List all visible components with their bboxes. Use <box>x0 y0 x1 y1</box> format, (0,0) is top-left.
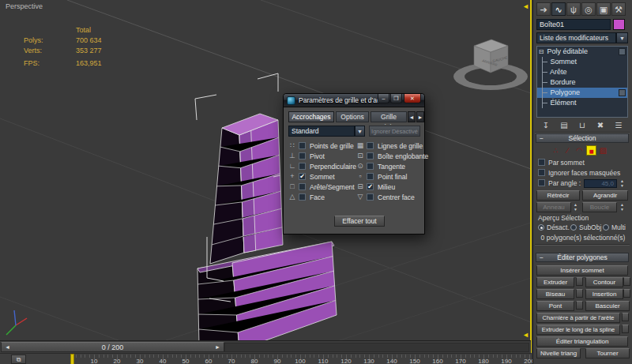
button-charnière-à-partir-de-l-ar-te[interactable]: Charnière à partir de l'arête <box>536 313 620 323</box>
settings-box[interactable] <box>622 325 629 333</box>
button-extruder[interactable]: Extruder <box>536 277 574 287</box>
modify-tab-icon[interactable]: ∿ <box>551 2 566 16</box>
ignore-backfacing-checkbox[interactable] <box>538 169 545 176</box>
grow-button[interactable]: Agrandir <box>582 190 628 201</box>
button-extruder-le-long-de-la-spline[interactable]: Extruder le long de la spline <box>536 325 620 335</box>
viewport-label[interactable]: Perspective <box>6 2 43 10</box>
edit-polygons-rollout-header[interactable]: − Éditer polygones <box>536 253 629 262</box>
shrink-button[interactable]: Rétrécir <box>536 190 580 201</box>
utilities-tab-icon[interactable]: ⚒ <box>611 2 626 16</box>
snap-checkbox-perpendiculaire[interactable] <box>299 163 306 170</box>
snap-checkbox-point-final[interactable] <box>367 173 374 180</box>
ring-button[interactable]: Anneau <box>536 202 571 212</box>
stack-item-bordure[interactable]: Bordure <box>537 77 627 88</box>
settings-box[interactable] <box>623 289 630 298</box>
settings-box[interactable] <box>576 301 583 310</box>
time-slider-handle[interactable]: ◄ 0 / 200 ► <box>1 342 224 352</box>
display-tab-icon[interactable]: ▣ <box>596 2 611 16</box>
by-angle-spinner[interactable]: ▲▼ <box>619 178 626 189</box>
ring-spinner[interactable]: ▲▼ <box>572 202 579 212</box>
panel-scroll-arrow-icon[interactable]: ◄ <box>522 332 529 339</box>
panel-scroll-arrow-icon[interactable]: ◄ <box>522 3 529 10</box>
dialog-tab-grille-origine[interactable]: Grille origine <box>371 111 407 122</box>
snap-checkbox-pivot[interactable] <box>299 152 306 159</box>
loop-spinner[interactable]: ▲▼ <box>619 202 626 212</box>
hierarchy-tab-icon[interactable]: ψ <box>566 2 581 16</box>
stack-item-toggle[interactable] <box>619 48 626 55</box>
preview-radio-subobj[interactable] <box>570 224 577 231</box>
object-color-swatch[interactable] <box>613 19 625 30</box>
snap-checkbox-points-de-grille[interactable] <box>299 142 306 149</box>
button-nivelle-triang[interactable]: Nivelle triang <box>536 348 581 358</box>
button-pont[interactable]: Pont <box>536 301 574 311</box>
button-insérer-sommet[interactable]: Insérer sommet <box>536 265 628 276</box>
by-angle-value-field[interactable]: 45,0 <box>584 179 617 188</box>
stack-item-sommet[interactable]: Sommet <box>537 57 627 67</box>
configure-modifier-sets-icon[interactable]: ☰ <box>611 119 626 131</box>
create-tab-icon[interactable]: ➔ <box>536 2 551 16</box>
button-insertion[interactable]: Insertion <box>585 289 623 299</box>
time-slider-track[interactable] <box>224 343 529 352</box>
maximize-button[interactable]: ❐ <box>390 94 402 103</box>
prev-frame-icon[interactable]: ◄ <box>5 344 10 350</box>
stack-item-élément[interactable]: Élément <box>537 98 627 108</box>
snap-checkbox-face[interactable] <box>299 193 306 201</box>
button-contour[interactable]: Contour <box>585 277 623 287</box>
button-tourner[interactable]: Tourner <box>585 348 630 358</box>
loop-button[interactable]: Boucle <box>582 202 617 212</box>
selection-rollout-header[interactable]: − Sélection <box>536 133 629 143</box>
settings-box[interactable] <box>623 277 630 286</box>
snap-checkbox-milieu[interactable]: ✔ <box>367 183 374 190</box>
button-biseau[interactable]: Biseau <box>536 289 574 299</box>
settings-box[interactable] <box>576 277 583 286</box>
stack-item-poly-éditable[interactable]: ⊟ Poly éditable <box>537 47 627 57</box>
dialog-title-bar[interactable]: Paramètres de grille et d'ac... – ❐ ✕ <box>284 94 424 107</box>
snap-preset-dropdown[interactable]: Standard <box>288 126 355 137</box>
show-end-result-icon[interactable]: ▤ <box>556 119 572 131</box>
tab-scroll-right-icon[interactable]: ► <box>416 111 424 122</box>
track-bar[interactable]: ⧉ 10203040506070809010011012013014015016… <box>0 353 531 364</box>
snap-preset-dropdown-arrow-icon[interactable]: ▼ <box>355 126 365 137</box>
current-frame-marker[interactable] <box>70 354 74 364</box>
remove-modifier-icon[interactable]: ✖ <box>592 119 608 131</box>
minimize-button[interactable]: – <box>378 94 389 103</box>
snap-checkbox-sommet[interactable]: ✔ <box>299 173 306 180</box>
mini-curve-editor-button[interactable]: ⧉ <box>11 355 26 364</box>
viewcube[interactable]: ARRIÈRE GAUCHE <box>453 39 528 90</box>
close-button[interactable]: ✕ <box>404 94 421 103</box>
vertex-subobject-icon[interactable]: ∴ <box>551 145 561 156</box>
edge-subobject-icon[interactable]: ∕ <box>562 145 573 156</box>
element-subobject-icon[interactable]: ▧ <box>598 145 608 156</box>
stack-item-toggle[interactable] <box>619 89 626 96</box>
button-éditer-triangulation[interactable]: Éditer triangulation <box>536 336 628 347</box>
dialog-tab-options[interactable]: Options <box>336 111 369 122</box>
snap-checkbox-bo-te-englobante[interactable] <box>367 152 374 159</box>
border-subobject-icon[interactable]: ◠ <box>574 145 585 156</box>
snap-checkbox-ar-te-segment[interactable] <box>299 183 306 190</box>
modifier-stack[interactable]: ⊟ Poly éditable Sommet Arête Bordure Pol… <box>536 46 628 118</box>
snap-checkbox-centrer-face[interactable] <box>367 193 374 201</box>
expand-icon[interactable]: ⊟ <box>537 47 545 57</box>
motion-tab-icon[interactable]: ◎ <box>581 2 596 16</box>
by-angle-checkbox[interactable] <box>538 179 545 186</box>
button-basculer[interactable]: Basculer <box>585 301 630 311</box>
preview-radio-dsact[interactable] <box>538 224 544 231</box>
stack-item-polygone[interactable]: Polygone <box>537 88 627 98</box>
make-unique-icon[interactable]: ⊔ <box>574 119 590 131</box>
override-off-button[interactable]: Ignorer Désactivé <box>369 126 420 137</box>
modifier-list-dropdown-arrow-icon[interactable]: ▼ <box>616 32 628 43</box>
stack-item-arête[interactable]: Arête <box>537 67 627 77</box>
modifier-list-dropdown[interactable]: Liste des modificateurs <box>536 32 616 43</box>
pin-stack-icon[interactable]: ↧ <box>538 119 554 131</box>
tab-scroll-left-icon[interactable]: ◄ <box>408 111 416 122</box>
snap-checkbox-lignes-de-grille[interactable] <box>367 142 374 149</box>
clear-all-button[interactable]: Effacer tout <box>334 216 385 227</box>
snap-checkbox-tangente[interactable] <box>367 163 374 170</box>
perspective-viewport[interactable]: ARRIÈRE GAUCHE Perspective Total Polys: … <box>0 0 531 340</box>
object-name-field[interactable]: Boîte01 <box>536 19 611 30</box>
dialog-tab-accrochages[interactable]: Accrochages <box>288 111 334 122</box>
by-vertex-checkbox[interactable] <box>538 159 545 166</box>
settings-box[interactable] <box>576 289 583 298</box>
grid-and-snap-settings-dialog[interactable]: Paramètres de grille et d'ac... – ❐ ✕ Ac… <box>283 93 425 235</box>
next-frame-icon[interactable]: ► <box>215 344 220 350</box>
